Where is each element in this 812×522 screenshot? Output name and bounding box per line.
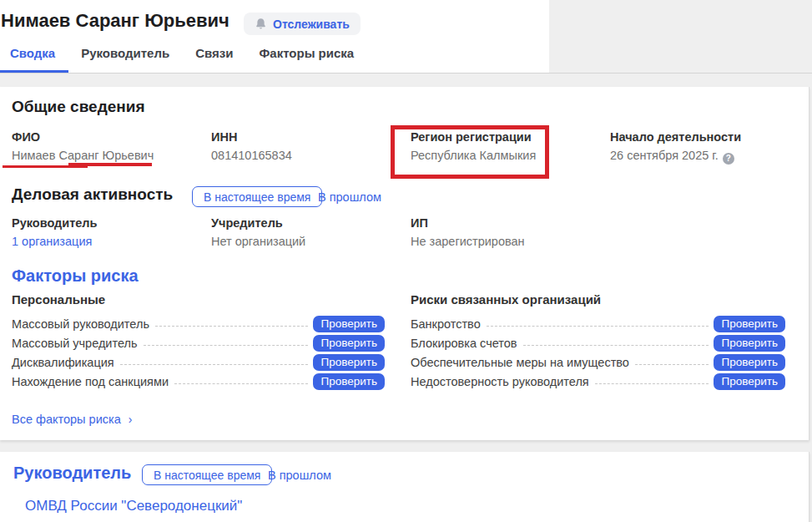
manager-toggle-past[interactable]: В прошлом <box>268 469 331 482</box>
risk-row: Недостоверность руководителя Проверить <box>411 372 785 391</box>
field-activity-ip-value: Не зарегистрирован <box>411 235 525 248</box>
personal-risks-heading: Персональные <box>12 292 385 307</box>
field-activity-ip: ИП Не зарегистрирован <box>411 216 525 248</box>
follow-button-label: Отслеживать <box>273 18 350 31</box>
dotted-leader <box>174 383 308 384</box>
tab-risk-factors[interactable]: Факторы риска <box>260 46 355 60</box>
check-button[interactable]: Проверить <box>714 316 785 332</box>
dotted-leader <box>487 326 709 327</box>
dotted-leader <box>144 345 309 346</box>
annotation-red-underline <box>3 165 88 168</box>
check-button[interactable]: Проверить <box>313 335 385 352</box>
bell-icon <box>255 18 267 30</box>
chevron-right-icon: › <box>129 413 133 426</box>
field-activity-founder-value: Нет организаций <box>211 235 305 248</box>
risk-row: Дисквалификация Проверить <box>12 352 385 372</box>
field-start-date-label: Начало деятельности <box>610 130 741 144</box>
manager-card: Руководитель В настоящее время В прошлом… <box>0 452 809 522</box>
field-activity-manager-label: Руководитель <box>12 216 97 230</box>
related-risks-heading: Риски связанных организаций <box>411 292 785 307</box>
general-info-heading: Общие сведения <box>12 98 145 116</box>
field-inn-label: ИНН <box>211 130 292 144</box>
field-inn-value: 081410165834 <box>211 149 292 162</box>
dotted-leader <box>523 345 709 346</box>
field-fio-value: Нимаев Саранг Юрьевич <box>12 149 154 162</box>
field-region-label: Регион регистрации <box>411 130 536 144</box>
related-risks-column: Риски связанных организаций Банкротство … <box>411 292 785 391</box>
check-button[interactable]: Проверить <box>714 373 785 390</box>
tab-connections[interactable]: Связи <box>195 46 233 60</box>
field-start-date: Начало деятельности 26 сентября 2025 г.? <box>610 130 741 165</box>
check-button[interactable]: Проверить <box>714 354 785 371</box>
field-activity-manager: Руководитель 1 организация <box>12 216 97 248</box>
help-icon[interactable]: ? <box>723 153 734 165</box>
risk-factors-heading: Факторы риска <box>12 266 139 286</box>
field-fio-label: ФИО <box>12 130 154 144</box>
business-activity-heading: Деловая активность <box>12 185 173 204</box>
field-start-date-value: 26 сентября 2025 г.? <box>610 149 741 165</box>
check-button[interactable]: Проверить <box>313 316 385 332</box>
tab-bar: Сводка Руководитель Связи Факторы риска <box>10 46 354 60</box>
dotted-leader <box>155 326 309 327</box>
summary-card: Общие сведения ФИО Нимаев Саранг Юрьевич… <box>0 87 809 440</box>
tab-manager[interactable]: Руководитель <box>81 46 169 60</box>
personal-risks-column: Персональные Массовый руководитель Прове… <box>12 292 385 391</box>
risk-row: Обеспечительные меры на имущество Провер… <box>411 352 785 372</box>
risk-row: Массовый руководитель Проверить <box>12 314 385 333</box>
risk-row: Банкротство Проверить <box>411 314 785 333</box>
page-header: Нимаев Саранг Юрьевич Отслеживать Сводка… <box>0 0 549 73</box>
manager-toggle-present[interactable]: В настоящее время <box>142 464 272 485</box>
header-divider <box>0 73 812 73</box>
activity-toggle-past[interactable]: В прошлом <box>318 190 381 204</box>
field-activity-founder: Учредитель Нет организаций <box>211 216 305 248</box>
page-title: Нимаев Саранг Юрьевич <box>1 10 229 32</box>
annotation-red-underline <box>68 163 152 166</box>
risk-row: Массовый учредитель Проверить <box>12 333 385 352</box>
field-region: Регион регистрации Республика Калмыкия <box>411 130 536 162</box>
field-activity-ip-label: ИП <box>411 216 525 230</box>
activity-toggle-present[interactable]: В настоящее время <box>192 186 322 207</box>
tab-summary[interactable]: Сводка <box>10 46 55 60</box>
manager-section-heading: Руководитель <box>13 464 131 483</box>
follow-button[interactable]: Отслеживать <box>244 13 361 35</box>
dotted-leader <box>635 364 709 365</box>
check-button[interactable]: Проверить <box>313 354 385 371</box>
field-inn: ИНН 081410165834 <box>211 130 292 162</box>
field-activity-founder-label: Учредитель <box>211 216 305 230</box>
risk-row: Нахождение под санкциями Проверить <box>12 372 385 391</box>
field-fio: ФИО Нимаев Саранг Юрьевич <box>12 130 154 162</box>
organizations-link[interactable]: 1 организация <box>12 235 97 248</box>
dotted-leader <box>120 364 309 365</box>
field-region-value: Республика Калмыкия <box>411 149 536 162</box>
all-risk-factors-link[interactable]: Все факторы риска› <box>12 413 132 426</box>
dotted-leader <box>595 383 709 384</box>
check-button[interactable]: Проверить <box>714 335 785 352</box>
organization-link[interactable]: ОМВД России "Северодонецкий" <box>25 498 242 514</box>
check-button[interactable]: Проверить <box>313 373 385 390</box>
risk-row: Блокировка счетов Проверить <box>411 333 785 352</box>
